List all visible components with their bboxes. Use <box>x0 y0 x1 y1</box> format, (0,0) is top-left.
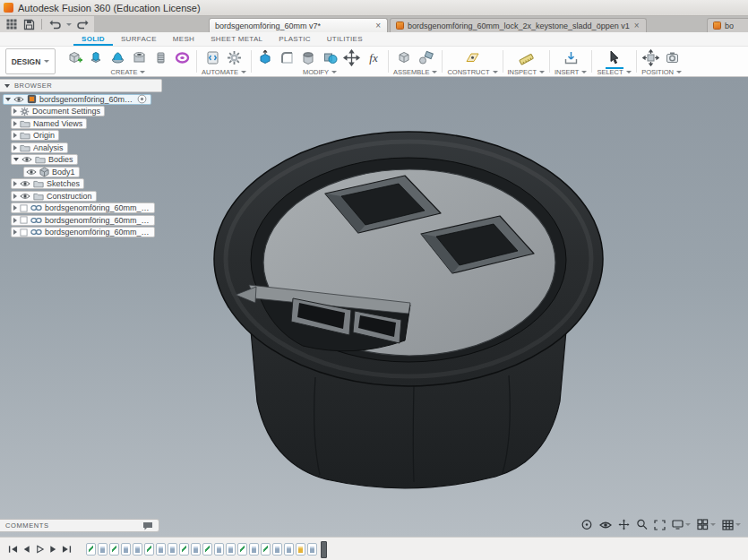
zoom-button[interactable] <box>636 519 648 530</box>
activate-component-radio-icon[interactable] <box>137 94 147 104</box>
browser-item-linked-component[interactable]: bordsgenomföring_60mm_loc... <box>11 215 155 226</box>
expander-icon[interactable] <box>13 133 17 138</box>
change-parameters-button[interactable]: fx <box>364 48 383 67</box>
expander-icon[interactable] <box>13 145 17 151</box>
select-button[interactable] <box>605 48 624 67</box>
insert-button[interactable] <box>561 48 580 67</box>
browser-item-linked-component[interactable]: bordsgenomföring_60mm_loc... <box>11 202 155 213</box>
tab-document-active[interactable]: bordsgenomföring_60mm v7* × <box>209 18 388 32</box>
timeline-feature-feature[interactable] <box>121 543 131 556</box>
tab-sheet-metal[interactable]: SHEET METAL <box>202 33 271 46</box>
timeline-feature-sketch[interactable] <box>86 543 96 556</box>
visibility-eye-icon[interactable] <box>20 193 30 200</box>
viewport[interactable]: BROWSER bordsgenomföring_60mm v7 Documen… <box>0 77 748 537</box>
timeline-position-marker[interactable] <box>321 541 327 558</box>
form-button[interactable] <box>172 48 192 67</box>
extrude-button[interactable] <box>86 48 106 67</box>
script-editor-button[interactable] <box>203 48 223 67</box>
application-menu-button[interactable] <box>4 18 19 31</box>
visibility-eye-icon[interactable] <box>20 180 30 187</box>
browser-header[interactable]: BROWSER <box>0 79 162 92</box>
timeline-feature-feature[interactable] <box>249 543 259 556</box>
timeline-feature-sketch[interactable] <box>261 543 271 556</box>
fit-view-button[interactable] <box>654 520 666 530</box>
display-settings-button[interactable] <box>672 520 691 530</box>
tab-surface[interactable]: SURFACE <box>113 33 165 46</box>
tab-plastic[interactable]: PLASTIC <box>271 33 318 46</box>
collapse-browser-icon[interactable] <box>4 84 10 88</box>
comment-bubble-icon[interactable] <box>142 521 153 530</box>
timeline-feature-feature[interactable] <box>98 543 107 556</box>
undo-dropdown-button[interactable] <box>64 18 73 31</box>
timeline-feature-feature[interactable] <box>191 543 201 556</box>
look-at-button[interactable] <box>599 521 612 530</box>
expander-icon[interactable] <box>13 181 17 186</box>
step-back-button[interactable] <box>20 543 32 556</box>
model-grommet[interactable] <box>214 132 603 488</box>
browser-item-named-views[interactable]: Named Views <box>11 118 87 129</box>
expander-icon[interactable] <box>13 194 17 199</box>
expander-icon[interactable] <box>13 108 17 114</box>
step-forward-button[interactable] <box>47 543 59 556</box>
fillet-button[interactable] <box>278 48 297 67</box>
expander-icon[interactable] <box>13 205 17 211</box>
press-pull-button[interactable] <box>256 48 276 67</box>
construction-plane-button[interactable] <box>462 48 482 67</box>
tab-mesh[interactable]: MESH <box>165 33 202 46</box>
timeline-feature-sketch[interactable] <box>144 543 154 556</box>
tab-document-inactive[interactable]: bordsgenomföring_60mm_lock_2x_keystone_s… <box>390 18 647 32</box>
new-component-button[interactable] <box>64 48 84 67</box>
play-button[interactable] <box>33 543 46 556</box>
hole-button[interactable] <box>129 48 149 67</box>
timeline-feature-sketch[interactable] <box>109 543 119 556</box>
timeline-feature-feature[interactable] <box>156 543 166 556</box>
position-move-button[interactable] <box>641 48 661 67</box>
browser-item-sketches[interactable]: Sketches <box>11 178 84 189</box>
timeline-feature-feature[interactable] <box>133 543 142 556</box>
shell-button[interactable] <box>299 48 319 67</box>
browser-item-analysis[interactable]: Analysis <box>11 142 68 153</box>
browser-item-body1[interactable]: Body1 <box>23 167 80 177</box>
orbit-button[interactable] <box>580 519 593 530</box>
redo-button[interactable] <box>75 18 90 31</box>
viewports-button[interactable] <box>697 519 716 530</box>
browser-item-origin[interactable]: Origin <box>11 130 59 141</box>
browser-item-document-settings[interactable]: Document Settings <box>11 106 105 116</box>
browser-item-linked-component[interactable]: bordsgenomföring_60mm_loc... <box>11 227 155 237</box>
tab-utilities[interactable]: UTILITIES <box>319 33 371 46</box>
timeline-feature-feature[interactable] <box>307 543 317 556</box>
timeline-feature-feature[interactable] <box>168 543 177 556</box>
visibility-eye-icon[interactable] <box>26 168 37 176</box>
go-to-start-button[interactable] <box>6 543 19 556</box>
visibility-eye-icon[interactable] <box>21 156 32 163</box>
timeline-feature-sketch[interactable] <box>237 543 247 556</box>
browser-item-construction[interactable]: Construction <box>11 191 97 202</box>
combine-button[interactable] <box>321 48 340 67</box>
revolve-button[interactable] <box>107 48 127 67</box>
tab-document-partial[interactable]: bo <box>707 18 748 32</box>
grid-settings-button[interactable] <box>722 520 741 530</box>
expander-icon[interactable] <box>13 218 17 223</box>
expander-icon[interactable] <box>13 121 17 126</box>
timeline-feature-sketch[interactable] <box>179 543 189 556</box>
assemble-new-component-button[interactable] <box>395 48 415 67</box>
browser-root-component[interactable]: bordsgenomföring_60mm v7 <box>3 94 151 105</box>
browser-item-bodies[interactable]: Bodies <box>11 154 78 165</box>
thread-button[interactable] <box>150 48 170 67</box>
add-in-button[interactable] <box>225 48 245 67</box>
timeline-feature-feature[interactable] <box>272 543 282 556</box>
timeline-feature-feature[interactable] <box>284 543 294 556</box>
expander-icon[interactable] <box>13 229 17 235</box>
workspace-selector[interactable]: DESIGN <box>5 48 56 74</box>
visibility-eye-icon[interactable] <box>13 96 24 103</box>
joint-button[interactable] <box>417 48 436 67</box>
timeline-feature-sketch[interactable] <box>202 543 212 556</box>
expander-icon[interactable] <box>5 98 11 101</box>
measure-button[interactable] <box>516 48 536 67</box>
go-to-end-button[interactable] <box>60 543 73 556</box>
undo-button[interactable] <box>47 18 62 31</box>
pan-button[interactable] <box>618 519 630 530</box>
comments-bar[interactable]: COMMENTS <box>0 519 159 532</box>
timeline-feature-construct[interactable] <box>296 543 305 556</box>
move-copy-button[interactable] <box>342 48 362 67</box>
